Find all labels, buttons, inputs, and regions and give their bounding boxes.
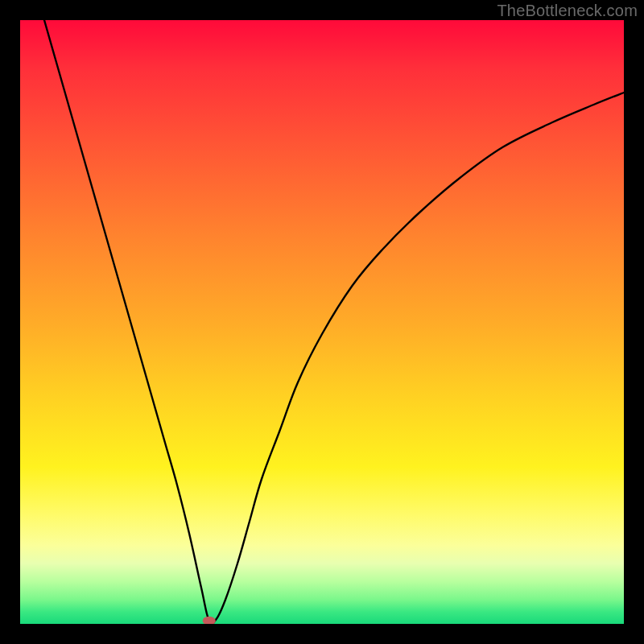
plot-area bbox=[20, 20, 624, 624]
chart-svg bbox=[20, 20, 624, 624]
chart-frame: TheBottleneck.com bbox=[0, 0, 644, 644]
watermark-text: TheBottleneck.com bbox=[497, 2, 638, 20]
curve-line bbox=[44, 20, 624, 624]
curve-minimum-marker bbox=[203, 617, 216, 624]
